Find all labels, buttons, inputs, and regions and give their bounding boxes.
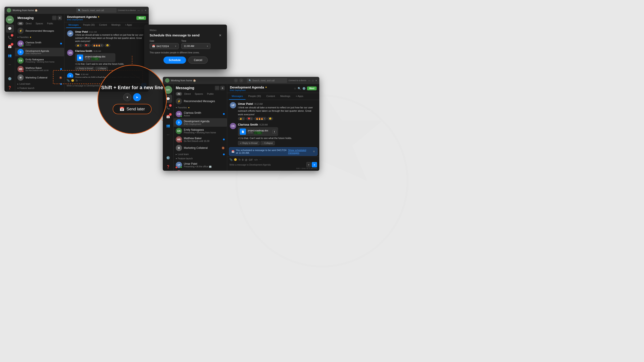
reply-thread-btn-fg[interactable]: ↩ Reply to thread <box>238 141 260 145</box>
section-featurelaunch-fg[interactable]: ▾ Feature launch <box>174 156 227 161</box>
collapse-btn-fg[interactable]: ↕ Collapse <box>260 141 275 145</box>
sidebar-new-btn-fg[interactable]: ✚ <box>220 86 225 90</box>
section-featurelaunch-bg[interactable]: ▾ Feature launch <box>15 86 64 90</box>
compose-attach-fg[interactable]: 📎 <box>230 158 232 161</box>
sidebar-item-clarissa-bg[interactable]: CS Clarissa Smith Active <box>15 39 64 48</box>
cancel-btn[interactable]: Cancel <box>188 56 208 64</box>
icon-meetings-bg[interactable]: 📅1 <box>6 42 14 50</box>
compose-more-fg[interactable]: ⋯ <box>259 158 262 161</box>
sidebar-item-clarissa-fg[interactable]: CS Clarissa Smith Active <box>174 110 227 118</box>
compose-mention-fg[interactable]: @ <box>245 158 247 161</box>
filter-all-bg[interactable]: All <box>18 22 24 25</box>
icon-more-bg[interactable]: ··· <box>6 60 14 68</box>
sidebar-filter-btn-fg[interactable]: ⋯ <box>215 86 219 90</box>
section-localteam-bg[interactable]: ▸ Local team <box>15 82 64 86</box>
rec-messages-fg[interactable]: ⚡ Recommended Messages <box>174 97 227 105</box>
minimize-btn-bg[interactable]: — <box>138 9 140 12</box>
section-favorites-fg[interactable]: ▾ Favorites ★ <box>174 105 227 110</box>
tab-people-fg[interactable]: People (30) <box>246 93 264 100</box>
maximize-btn-bg[interactable]: □ <box>142 9 143 12</box>
compose-emoji-fg[interactable]: 😊 <box>234 158 237 161</box>
sidebar-item-umar-fg[interactable]: UP Umar Patel Presenting • At the office… <box>174 161 227 169</box>
search-bar-fg[interactable]: 🔍 Search, meet, and call <box>247 78 287 83</box>
reaction-3-bg[interactable]: 🔥🔥🔥 3 <box>92 44 104 47</box>
close-btn-fg[interactable]: ✕ <box>315 79 317 82</box>
nav-prev-btn-fg[interactable]: ‹ <box>234 78 238 82</box>
section-favorites-bg[interactable]: ▾ Favorites ★ <box>15 35 64 39</box>
show-scheduled-link-fg[interactable]: Show scheduled messages <box>288 149 312 154</box>
icon-messaging-bg[interactable]: 💬 <box>6 24 14 33</box>
sidebar-item-umar-bg[interactable]: UP Umar Patel Presenting • At the office… <box>15 90 64 92</box>
settings-chat-btn-fg[interactable]: ⚙️ <box>302 87 306 90</box>
sidebar-item-matthew-fg[interactable]: MB Matthew Baker Do Not Disturb until 16… <box>174 135 227 144</box>
tab-meetings-fg[interactable]: Meetings <box>278 93 293 100</box>
icon-avatar-bg[interactable]: WH <box>6 16 14 24</box>
sidebar-item-matthew-bg[interactable]: MB Matthew Baker Do Not Disturb until 16… <box>15 65 64 73</box>
filter-all-fg[interactable]: All <box>176 92 182 96</box>
filter-direct-fg[interactable]: Direct <box>182 92 192 96</box>
sidebar-item-emily-fg[interactable]: EN Emily Nakagawa Presenting • Working f… <box>174 127 227 135</box>
icon-help-bg[interactable]: ❓ <box>6 84 14 92</box>
reaction-2-bg[interactable]: ❤️ 1 <box>84 44 91 47</box>
filter-direct-bg[interactable]: Direct <box>24 22 33 25</box>
compose-attach-bg[interactable]: 📎 <box>67 79 70 82</box>
modal-date-select[interactable]: 📅 04/17/2024 ▾ <box>150 43 179 49</box>
tab-messages-fg[interactable]: Messages <box>229 93 246 100</box>
tab-meetings-bg[interactable]: Meetings <box>109 22 123 28</box>
reaction-fg-3[interactable]: 🔥🔥🔥 3 <box>254 117 266 120</box>
filter-public-fg[interactable]: Public <box>205 92 216 96</box>
file-attachment-bg[interactable]: 📄 project-roadmap.doc 24 KB ✓ Safe <box>75 53 116 62</box>
icon-help-fg[interactable]: ❓ <box>164 163 172 171</box>
sidebar-item-marketing-fg[interactable]: M Marketing Collateral 🔕 <box>174 144 227 152</box>
tab-people-bg[interactable]: People (30) <box>81 22 97 28</box>
search-chat-btn-fg[interactable]: 🔍 <box>298 87 301 90</box>
file-download-btn-fg[interactable]: ⬇ <box>272 130 276 134</box>
sidebar-item-emily-bg[interactable]: EN Emily Nakagawa Presenting • Working f… <box>15 56 64 65</box>
nav-next-btn-fg[interactable]: › <box>239 78 243 82</box>
schedule-btn[interactable]: Schedule <box>164 56 186 64</box>
meet-btn-fg[interactable]: Meet <box>307 86 317 90</box>
close-btn-bg[interactable]: ✕ <box>145 9 146 12</box>
send-later-button[interactable]: 📅 Send later <box>113 104 152 114</box>
icon-calls-bg[interactable]: 📞1 <box>6 33 14 41</box>
send-btn-fg[interactable]: ➤ <box>312 162 317 167</box>
reaction-fg-1[interactable]: 👍 1 <box>238 117 245 120</box>
rec-messages-bg[interactable]: ⚡ Recommended Messages <box>15 26 64 35</box>
notification-close-fg[interactable]: ✕ <box>313 150 315 153</box>
search-bar-bg[interactable]: 🔍 Search, meet, and call <box>76 8 116 13</box>
compose-text-fg[interactable]: Tr <box>238 158 240 161</box>
tab-messages-bg[interactable]: Messages <box>66 22 81 28</box>
reply-thread-btn-bg[interactable]: ↩ Reply to thread <box>75 67 94 70</box>
compose-more-bg[interactable]: ⋯ <box>79 79 82 82</box>
sidebar-item-devagenda-fg[interactable]: D Development Agenda ENG Deployment <box>174 118 227 127</box>
reaction-1-bg[interactable]: 👍 1 <box>75 44 82 47</box>
meet-btn-bg[interactable]: Meet <box>136 16 146 20</box>
filter-spaces-fg[interactable]: Spaces <box>193 92 205 96</box>
minimize-btn-fg[interactable]: — <box>308 79 310 82</box>
sidebar-filter-btn-bg[interactable]: ⋯ <box>52 16 56 20</box>
filter-spaces-bg[interactable]: Spaces <box>34 22 45 25</box>
section-localteam-fg[interactable]: ▸ Local team <box>174 152 227 156</box>
reaction-4-bg[interactable]: 😮 <box>105 44 110 47</box>
send-later-dropdown-btn[interactable]: ▾ <box>123 93 131 101</box>
star-btn-fg[interactable]: ☆ <box>294 87 296 90</box>
icon-people-bg[interactable]: 👥 <box>6 51 14 59</box>
modal-close-btn[interactable]: ✕ <box>219 33 222 37</box>
sidebar-item-marketing-bg[interactable]: M Marketing Collateral 🔕 <box>15 73 64 82</box>
compose-emoji-bg[interactable]: 😊 <box>71 79 74 82</box>
compose-gif-fg[interactable]: GIF <box>249 158 253 161</box>
sidebar-item-common-fg[interactable]: C Common Metrics Usability research <box>174 169 227 171</box>
tab-content-fg[interactable]: Content <box>264 93 278 100</box>
compose-gif-bg[interactable]: Tr <box>76 79 78 82</box>
tab-content-bg[interactable]: Content <box>97 22 109 28</box>
tab-apps-fg[interactable]: + Apps <box>293 93 306 100</box>
compose-input-fg[interactable] <box>230 164 305 166</box>
send-later-send-btn[interactable]: ➤ <box>133 93 141 101</box>
file-attachment-fg[interactable]: 📄 project-roadmap.doc 24 KB ✓ Safe ⬇ <box>238 127 278 136</box>
compose-code-fg[interactable]: </> <box>254 158 258 161</box>
send-dropdown-btn-fg[interactable]: ▾ <box>306 162 311 167</box>
sidebar-item-devagenda-bg[interactable]: D Development Agenda ENG Deployment <box>15 48 64 56</box>
icon-settings-bg[interactable]: ⚙️ <box>6 75 14 83</box>
maximize-btn-fg[interactable]: □ <box>312 79 314 82</box>
compose-bold-fg[interactable]: B <box>242 158 244 161</box>
